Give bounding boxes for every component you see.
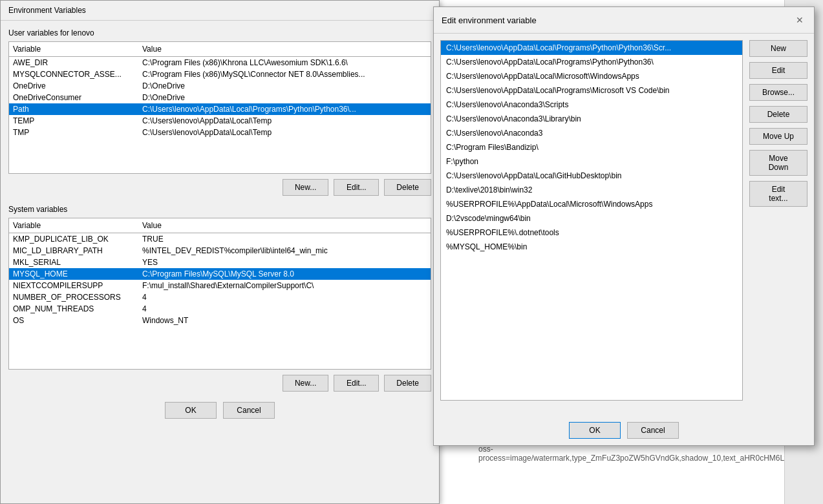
system-table-row[interactable]: KMP_DUPLICATE_LIB_OKTRUE	[9, 233, 431, 245]
system-table-row[interactable]: MKL_SERIALYES	[9, 257, 431, 268]
user-variables-table: Variable Value AWE_DIRC:\Program Files (…	[8, 41, 431, 174]
user-table-row[interactable]: OneDriveConsumerD:\OneDrive	[9, 92, 431, 103]
edit-edit-text-button[interactable]: Edit text...	[749, 181, 807, 207]
path-list-item[interactable]: C:\Users\lenovo\AppData\Local\GitHubDesk…	[441, 169, 742, 183]
path-list-item[interactable]: C:\Users\lenovo\AppData\Local\Programs\P…	[441, 55, 742, 69]
user-table-row[interactable]: TEMPC:\Users\lenovo\AppData\Local\Temp	[9, 115, 431, 127]
edit-dialog-titlebar: Edit environment variable ✕	[434, 7, 814, 34]
user-delete-button[interactable]: Delete	[384, 179, 431, 196]
path-list-item[interactable]: C:\Users\lenovo\Anaconda3\Scripts	[441, 98, 742, 112]
path-list-item[interactable]: %MYSQL_HOME%\bin	[441, 240, 742, 254]
user-edit-button[interactable]: Edit...	[334, 179, 379, 196]
path-list-item[interactable]: %USERPROFILE%\AppData\Local\Microsoft\Wi…	[441, 197, 742, 211]
env-variables-window: Environment Variables User variables for…	[0, 0, 440, 504]
env-window-title: Environment Variables	[8, 6, 86, 15]
user-table-body[interactable]: AWE_DIRC:\Program Files (x86)\Khrona LLC…	[9, 57, 431, 173]
edit-move-up-button[interactable]: Move Up	[749, 128, 807, 145]
user-table-row[interactable]: TMPC:\Users\lenovo\AppData\Local\Temp	[9, 127, 431, 138]
path-list-item[interactable]: F:\python	[441, 154, 742, 169]
system-table-row[interactable]: NIEXTCCOMPILERSUPPF:\mul_install\Shared\…	[9, 280, 431, 291]
path-list-item[interactable]: C:\Users\lenovo\AppData\Local\Programs\M…	[441, 83, 742, 98]
system-table-header: Variable Value	[9, 218, 431, 233]
edit-dialog-title: Edit environment variable	[442, 16, 537, 25]
env-cancel-button[interactable]: Cancel	[223, 402, 275, 419]
system-table-row[interactable]: MIC_LD_LIBRARY_PATH%INTEL_DEV_REDIST%com…	[9, 245, 431, 257]
system-section-label: System variables	[8, 205, 431, 214]
path-list-item[interactable]: C:\Program Files\Bandizip\	[441, 140, 742, 154]
path-list-item[interactable]: D:\2vscode\mingw64\bin	[441, 211, 742, 226]
edit-env-dialog: Edit environment variable ✕ C:\Users\len…	[433, 6, 815, 446]
system-table-body[interactable]: KMP_DUPLICATE_LIB_OKTRUEMIC_LD_LIBRARY_P…	[9, 233, 431, 369]
edit-browse-button[interactable]: Browse...	[749, 84, 807, 101]
path-list-item[interactable]: D:\texlive\2018\bin\win32	[441, 183, 742, 197]
user-section-label: User variables for lenovo	[8, 28, 431, 37]
system-table-row[interactable]: NUMBER_OF_PROCESSORS4	[9, 291, 431, 303]
edit-dialog-close-button[interactable]: ✕	[793, 14, 806, 26]
system-edit-button[interactable]: Edit...	[334, 375, 379, 392]
system-table-row[interactable]: OSWindows_NT	[9, 315, 431, 326]
user-table-row[interactable]: AWE_DIRC:\Program Files (x86)\Khrona LLC…	[9, 57, 431, 68]
env-ok-button[interactable]: OK	[165, 402, 217, 419]
system-col-value-header: Value	[142, 221, 427, 230]
system-buttons-row: New... Edit... Delete	[8, 375, 431, 392]
edit-dialog-content: C:\Users\lenovo\AppData\Local\Programs\P…	[434, 34, 814, 407]
edit-dialog-buttons: New Edit Browse... Delete Move Up Move D…	[749, 40, 807, 401]
user-table-row[interactable]: PathC:\Users\lenovo\AppData\Local\Progra…	[9, 103, 431, 115]
env-footer-buttons: OK Cancel	[8, 402, 431, 419]
system-delete-button[interactable]: Delete	[384, 375, 431, 392]
edit-new-button[interactable]: New	[749, 40, 807, 57]
path-list-item[interactable]: C:\Users\lenovo\Anaconda3	[441, 126, 742, 140]
edit-move-down-button[interactable]: Move Down	[749, 150, 807, 176]
path-list-item[interactable]: C:\Users\lenovo\AppData\Local\Microsoft\…	[441, 69, 742, 83]
user-col-variable-header: Variable	[13, 45, 142, 54]
system-variables-table: Variable Value KMP_DUPLICATE_LIB_OKTRUEM…	[8, 218, 431, 370]
user-table-header: Variable Value	[9, 42, 431, 57]
system-table-row[interactable]: OMP_NUM_THREADS4	[9, 303, 431, 315]
env-titlebar: Environment Variables	[1, 1, 439, 21]
edit-edit-button[interactable]: Edit	[749, 62, 807, 79]
path-list-item[interactable]: C:\Users\lenovo\AppData\Local\Programs\P…	[441, 41, 742, 55]
system-col-variable-header: Variable	[13, 221, 142, 230]
edit-dialog-footer: OK Cancel	[434, 415, 814, 445]
edit-delete-button[interactable]: Delete	[749, 106, 807, 123]
user-new-button[interactable]: New...	[283, 179, 328, 196]
path-list-item[interactable]: %USERPROFILE%\.dotnet\tools	[441, 226, 742, 240]
path-list-item[interactable]: C:\Users\lenovo\Anaconda3\Library\bin	[441, 112, 742, 126]
user-table-row[interactable]: MYSQLCONNECTOR_ASSE...C:\Program Files (…	[9, 68, 431, 80]
system-table-row[interactable]: MYSQL_HOMEC:\Program Files\MySQL\MySQL S…	[9, 268, 431, 280]
system-new-button[interactable]: New...	[283, 375, 328, 392]
user-col-value-header: Value	[142, 45, 427, 54]
user-buttons-row: New... Edit... Delete	[8, 179, 431, 196]
edit-cancel-button[interactable]: Cancel	[627, 422, 679, 439]
user-table-row[interactable]: OneDriveD:\OneDrive	[9, 80, 431, 92]
path-list[interactable]: C:\Users\lenovo\AppData\Local\Programs\P…	[440, 40, 743, 401]
edit-ok-button[interactable]: OK	[569, 422, 621, 439]
